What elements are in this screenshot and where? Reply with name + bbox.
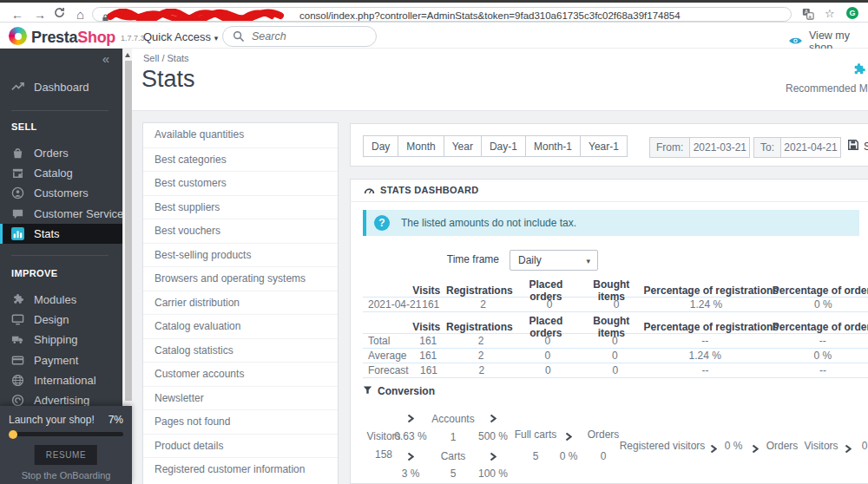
sidebar-item-label: Customers [34, 186, 89, 199]
date-to-group: To: [753, 137, 841, 158]
funnel-orders-label: Orders [588, 428, 620, 441]
save-button[interactable]: Save [847, 139, 868, 154]
stats-nav-item[interactable]: Registered customer information [143, 457, 338, 481]
table-row: 2021-04-21 161 2 0 0 1.24 % 0 % [363, 298, 868, 312]
sidebar-item-label: Stats [34, 227, 60, 240]
range-day-button[interactable]: Day [363, 135, 398, 157]
breadcrumb-separator: / [161, 53, 164, 63]
resume-button[interactable]: RESUME [35, 445, 97, 465]
chevron-down-icon: ▾ [214, 34, 219, 43]
to-label: To: [753, 137, 781, 158]
stats-nav-item[interactable]: Best-selling products [143, 243, 338, 267]
funnel-accounts-label: Accounts [431, 413, 474, 425]
stats-nav-item[interactable]: Newsletter [143, 386, 338, 410]
bookmark-star-icon[interactable]: ☆ [825, 8, 835, 19]
range-month-button[interactable]: Month [398, 135, 444, 157]
sidebar-item-international[interactable]: International [0, 370, 122, 390]
stats-nav-item[interactable]: Best customers [143, 171, 338, 195]
sidebar-item-payment[interactable]: Payment [0, 350, 122, 370]
sidebar-divider [11, 110, 108, 111]
translate-icon[interactable]: Aa [802, 8, 814, 23]
info-alert: ? The listed amounts do not include tax. [363, 210, 859, 236]
funnel-visitors-value: 158 [375, 448, 392, 461]
sidebar-divider [11, 255, 108, 256]
alert-text: The listed amounts do not include tax. [401, 217, 576, 229]
chevron-right-icon [845, 441, 852, 457]
recommended-modules-button[interactable]: Recommended Modules [786, 82, 868, 95]
stats-nav-item[interactable]: Pages not found [143, 409, 338, 434]
from-date-input[interactable] [689, 137, 750, 158]
sidebar-item-modules[interactable]: Modules [0, 290, 122, 310]
stats-nav-item[interactable]: Carrier distribution [143, 291, 338, 315]
date-from-group: From: [649, 137, 750, 158]
range-day-1-button[interactable]: Day-1 [481, 135, 526, 157]
sidebar-item-label: Design [34, 313, 69, 326]
gauge-icon [364, 182, 375, 198]
sidebar-item-label: Modules [34, 293, 76, 306]
time-frame-select[interactable]: Daily ▾ [510, 250, 598, 271]
breadcrumb-parent[interactable]: Sell [143, 53, 159, 63]
stats-nav-item[interactable]: Catalog statistics [143, 338, 338, 363]
forward-icon[interactable]: → [34, 9, 46, 21]
funnel-orders-value: 0 [601, 450, 607, 462]
help-icon: ? [374, 215, 390, 231]
range-year-button[interactable]: Year [444, 135, 482, 157]
sidebar-item-label: Dashboard [34, 81, 89, 94]
sidebar-item-orders[interactable]: Orders [0, 143, 122, 163]
save-icon [847, 139, 859, 154]
url-text: consol/index.php?controller=AdminStats&t… [299, 10, 681, 21]
stats-nav-item[interactable]: Browsers and operating systems [143, 266, 338, 291]
sidebar-item-shipping[interactable]: Shipping [0, 330, 122, 350]
stats-nav-item[interactable]: Best categories [143, 147, 338, 172]
puzzle-icon[interactable] [852, 62, 866, 81]
to-date-input[interactable] [780, 137, 841, 158]
sidebar-item-customers[interactable]: Customers [0, 183, 122, 203]
funnel-full-carts-label: Full carts [515, 428, 557, 441]
back-icon[interactable]: ← [11, 9, 23, 21]
onboarding-progress-bar [9, 432, 123, 436]
stats-nav-item[interactable]: Best suppliers [143, 195, 338, 219]
funnel-visitors2-label: Visitors [804, 440, 838, 452]
sidebar-item-customer-service[interactable]: Customer Service [0, 204, 122, 224]
stats-nav-item[interactable]: Catalog evaluation [143, 314, 338, 338]
browser-extension-icon[interactable]: G [846, 7, 858, 19]
scrollbar-thumb[interactable] [125, 61, 132, 401]
collapse-sidebar-icon[interactable]: « [102, 51, 109, 66]
funnel-visitors-to-carts-rate: 3 % [402, 468, 420, 480]
sidebar-item-stats[interactable]: Stats [0, 224, 122, 244]
funnel-icon [363, 385, 372, 397]
scrollbar-up-icon[interactable] [125, 53, 130, 57]
advertising-icon [11, 394, 24, 407]
address-bar[interactable]: consol/index.php?controller=AdminStats&t… [92, 7, 792, 22]
scrollbar-track[interactable] [122, 49, 132, 406]
table-row: Average 161 2 0 0 1.24 % 0 % [363, 349, 868, 363]
chevron-right-icon [407, 449, 414, 465]
sidebar-item-design[interactable]: Design [0, 310, 122, 330]
prestashop-logo[interactable]: PrestaShop [9, 26, 139, 47]
reload-icon[interactable] [54, 7, 65, 20]
sidebar-item-label: Customer Service [34, 207, 123, 220]
orders-icon [11, 147, 24, 160]
range-month-1-button[interactable]: Month-1 [525, 135, 581, 157]
sidebar-item-catalog[interactable]: Catalog [0, 163, 122, 183]
stop-onboarding-link[interactable]: Stop the OnBoarding [0, 470, 132, 481]
sidebar-item-label: Catalog [34, 167, 73, 180]
quick-access-menu[interactable]: Quick Access ▾ [143, 30, 218, 43]
chevron-right-icon [752, 441, 759, 457]
stats-nav-item[interactable]: Best vouchers [143, 219, 338, 243]
stats-nav-item[interactable]: Product details [143, 434, 338, 458]
dashboard-icon [11, 81, 24, 94]
stats-nav-item[interactable]: Customer accounts [143, 362, 338, 386]
funnel-full-carts-to-orders-rate: 0 % [560, 450, 578, 462]
table-header-row: Visits Registrations Placed orders Bough… [363, 284, 868, 298]
sidebar-item-dashboard[interactable]: Dashboard [0, 77, 122, 97]
sidebar-item-label: Payment [34, 354, 78, 367]
international-icon [11, 374, 24, 387]
stats-nav-item[interactable]: Available quantities [143, 123, 338, 147]
screen: ← → ⌂ consol/index.php?controller=AdminS… [0, 0, 868, 484]
home-icon[interactable]: ⌂ [76, 8, 84, 21]
range-year-1-button[interactable]: Year-1 [580, 135, 628, 157]
date-range-button-group: Day Month Year Day-1 Month-1 Year-1 [363, 135, 628, 157]
search-input[interactable] [252, 29, 370, 44]
funnel-carts-label: Carts [441, 450, 466, 462]
